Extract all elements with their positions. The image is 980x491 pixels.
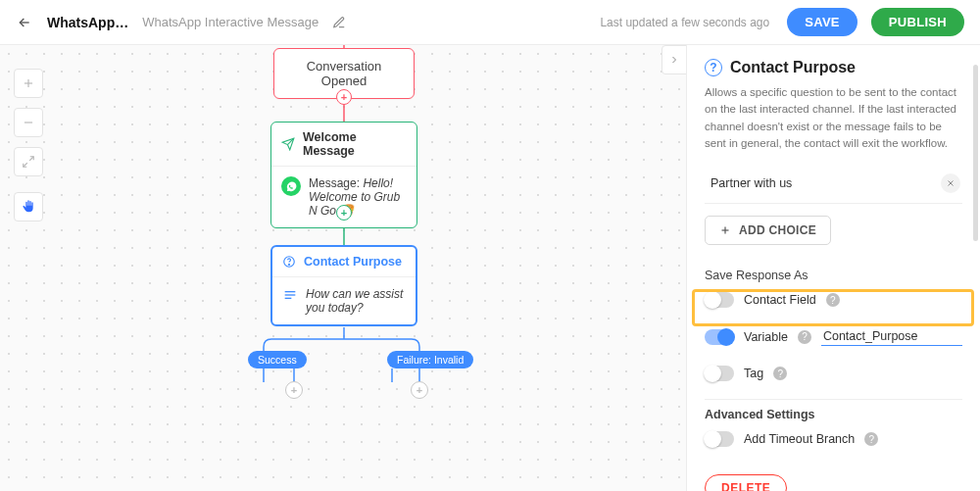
outcome-success[interactable]: Success <box>248 351 307 368</box>
workflow-subtitle: WhatsApp Interactive Message <box>142 15 318 29</box>
question-circle-icon: ? <box>705 59 722 76</box>
pencil-icon <box>332 16 346 29</box>
row-tag: Tag ? <box>705 356 962 391</box>
panel-description: Allows a specific question to be sent to… <box>705 84 962 152</box>
workflow-canvas[interactable]: Conversation Opened + Welcome Message Me… <box>0 45 686 491</box>
advanced-settings-label: Advanced Settings <box>705 408 962 421</box>
choice-row: Partner with us <box>705 170 962 204</box>
publish-button[interactable]: PUBLISH <box>871 8 964 36</box>
row-label: Tag <box>744 367 763 380</box>
node-header: Welcome Message <box>271 123 416 167</box>
edit-title-button[interactable] <box>332 16 346 29</box>
save-button[interactable]: SAVE <box>787 8 858 36</box>
remove-choice-button[interactable] <box>941 173 960 193</box>
add-below-success[interactable]: + <box>285 381 303 399</box>
panel-scrollbar[interactable] <box>973 65 978 241</box>
svg-line-4 <box>24 163 27 167</box>
list-icon <box>282 287 298 303</box>
svg-line-3 <box>29 157 33 161</box>
row-label: Add Timeout Branch <box>744 432 855 446</box>
hand-icon <box>21 199 36 215</box>
add-below-failure[interactable]: + <box>411 381 428 399</box>
node-title: Welcome Message <box>303 130 407 158</box>
plus-icon <box>22 76 35 90</box>
row-label: Variable <box>744 330 788 344</box>
add-choice-button[interactable]: ADD CHOICE <box>705 216 831 245</box>
help-icon[interactable]: ? <box>798 330 811 344</box>
send-icon <box>281 137 295 151</box>
add-step-tool[interactable] <box>14 69 43 98</box>
panel-title-text: Contact Purpose <box>730 59 856 76</box>
collapse-panel-button[interactable] <box>662 45 687 74</box>
help-icon[interactable]: ? <box>864 432 878 446</box>
row-timeout-branch: Add Timeout Branch ? <box>705 421 962 457</box>
node-body: How can we assist you today? <box>272 277 416 324</box>
node-contact-purpose[interactable]: Contact Purpose How can we assist you to… <box>270 245 417 326</box>
node-label: Conversation Opened <box>307 59 382 88</box>
minus-icon <box>22 116 35 129</box>
arrow-left-icon <box>17 15 32 30</box>
toggle-variable[interactable] <box>705 329 734 345</box>
outcome-failure[interactable]: Failure: Invalid <box>387 351 473 368</box>
message-prefix: Message: <box>309 176 360 190</box>
variable-name-input[interactable] <box>821 327 962 346</box>
help-icon[interactable]: ? <box>773 367 787 380</box>
row-contact-field: Contact Field ? <box>705 282 962 318</box>
whatsapp-icon <box>281 176 301 196</box>
help-icon[interactable]: ? <box>826 293 840 307</box>
add-below-welcome[interactable]: + <box>336 205 352 221</box>
canvas-toolstrip <box>14 69 43 221</box>
back-button[interactable] <box>16 15 33 30</box>
zoom-out-tool[interactable] <box>14 108 43 137</box>
step-settings-panel: ? Contact Purpose Allows a specific ques… <box>686 45 980 491</box>
question-icon <box>282 255 296 269</box>
node-title: Contact Purpose <box>304 255 402 269</box>
plus-icon <box>719 224 731 236</box>
fit-screen-tool[interactable] <box>14 147 43 176</box>
add-below-start[interactable]: + <box>336 89 352 105</box>
last-updated-text: Last updated a few seconds ago <box>600 16 769 29</box>
panel-title: ? Contact Purpose <box>705 59 962 76</box>
delete-step-button[interactable]: DELETE <box>705 474 787 491</box>
chevron-right-icon <box>668 54 680 66</box>
pan-tool[interactable] <box>14 192 43 221</box>
top-bar: WhatsApp… WhatsApp Interactive Message L… <box>0 0 980 45</box>
expand-icon <box>22 155 35 169</box>
row-label: Contact Field <box>744 293 816 307</box>
row-variable: Variable ? <box>705 318 962 356</box>
toggle-timeout-branch[interactable] <box>705 431 734 447</box>
node-header: Contact Purpose <box>272 247 416 277</box>
save-response-label: Save Response As <box>705 269 962 282</box>
question-text: How can we assist you today? <box>306 287 406 315</box>
workflow-title: WhatsApp… <box>47 15 128 30</box>
toggle-contact-field[interactable] <box>705 292 734 308</box>
choice-text: Partner with us <box>710 176 792 190</box>
toggle-tag[interactable] <box>705 366 734 381</box>
divider <box>705 399 962 400</box>
add-choice-label: ADD CHOICE <box>739 223 816 237</box>
close-icon <box>946 178 956 188</box>
svg-point-11 <box>289 264 290 265</box>
